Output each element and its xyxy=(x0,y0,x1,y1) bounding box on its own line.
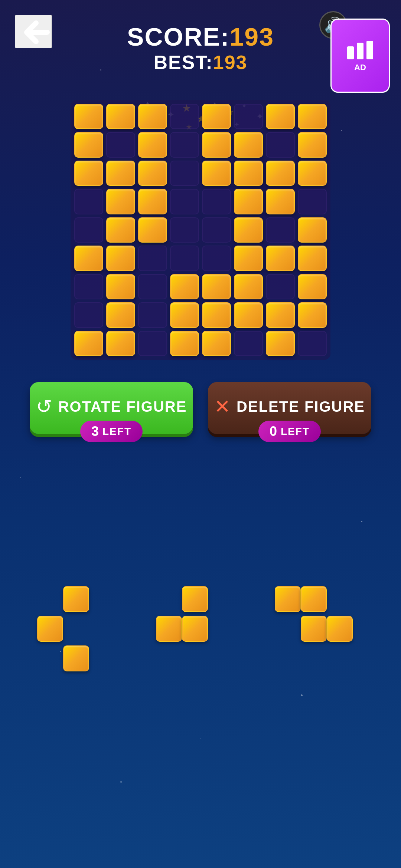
cell-5-2 xyxy=(138,246,167,271)
delete-label: DELETE FIGURE xyxy=(237,398,365,415)
cell-4-5 xyxy=(234,217,263,243)
cell-4-7 xyxy=(298,217,327,243)
game-grid xyxy=(71,100,330,360)
cell-2-0 xyxy=(74,161,103,186)
cell-5-4 xyxy=(202,246,231,271)
delete-count: 0 xyxy=(270,424,277,439)
rotate-counter: 3 LEFT xyxy=(80,421,143,442)
piece-1-cell-1 xyxy=(63,586,89,612)
cell-1-4 xyxy=(202,132,231,157)
cell-0-4 xyxy=(202,104,231,129)
cell-2-6 xyxy=(266,161,295,186)
cell-1-3 xyxy=(170,132,199,157)
score-line: SCORE:193 xyxy=(127,22,274,51)
cell-0-6 xyxy=(266,104,295,129)
cell-2-2 xyxy=(138,161,167,186)
piece-3-cell-1 xyxy=(275,586,301,612)
rotate-button-inner: ↺ ROTATE FIGURE xyxy=(36,395,187,418)
piece-3-cell-2 xyxy=(301,586,327,612)
score-container: SCORE:193 BEST:193 xyxy=(127,22,274,73)
cell-3-7 xyxy=(298,189,327,214)
cell-7-7 xyxy=(298,302,327,328)
piece-1-cell-2 xyxy=(37,616,63,642)
rotate-count-label: LEFT xyxy=(102,425,131,437)
cell-5-0 xyxy=(74,246,103,271)
cell-8-4 xyxy=(202,331,231,356)
cell-0-2 xyxy=(138,104,167,129)
cell-2-1 xyxy=(106,161,135,186)
piece-2-cell-3 xyxy=(182,616,208,642)
rotate-count: 3 xyxy=(91,424,99,439)
cell-1-6 xyxy=(266,132,295,157)
best-value: 193 xyxy=(213,52,248,73)
piece-1-cell-3 xyxy=(63,645,89,671)
rotate-button[interactable]: ↺ ROTATE FIGURE 3 LEFT xyxy=(30,382,193,434)
delete-counter: 0 LEFT xyxy=(258,421,321,442)
best-label: BEST: xyxy=(153,52,213,73)
cell-0-5 xyxy=(234,104,263,129)
cell-3-1 xyxy=(106,189,135,214)
cell-8-1 xyxy=(106,331,135,356)
best-line: BEST:193 xyxy=(127,51,274,73)
cell-0-3 xyxy=(170,104,199,129)
cell-3-6 xyxy=(266,189,295,214)
cell-8-2 xyxy=(138,331,167,356)
svg-rect-0 xyxy=(347,46,354,59)
cell-4-4 xyxy=(202,217,231,243)
cell-1-2 xyxy=(138,132,167,157)
rotate-icon: ↺ xyxy=(36,395,52,418)
cell-3-2 xyxy=(138,189,167,214)
piece-3-cell-4 xyxy=(327,616,353,642)
cell-5-3 xyxy=(170,246,199,271)
cell-7-4 xyxy=(202,302,231,328)
delete-count-label: LEFT xyxy=(281,425,310,437)
cell-6-0 xyxy=(74,274,103,299)
cell-8-7 xyxy=(298,331,327,356)
cell-0-1 xyxy=(106,104,135,129)
cell-1-0 xyxy=(74,132,103,157)
cell-8-0 xyxy=(74,331,103,356)
cell-8-3 xyxy=(170,331,199,356)
header: 🔊 AD SCORE:193 BEST:193 xyxy=(0,0,401,96)
score-value: 193 xyxy=(230,23,274,51)
cell-5-1 xyxy=(106,246,135,271)
cell-6-3 xyxy=(170,274,199,299)
cell-7-5 xyxy=(234,302,263,328)
cell-0-0 xyxy=(74,104,103,129)
score-label: SCORE: xyxy=(127,23,229,51)
cell-1-1 xyxy=(106,132,135,157)
cell-3-4 xyxy=(202,189,231,214)
delete-icon: ✕ xyxy=(214,395,231,418)
action-buttons: ↺ ROTATE FIGURE 3 LEFT ✕ DELETE FIGURE 0… xyxy=(22,382,379,434)
back-button[interactable] xyxy=(15,15,52,48)
cell-7-3 xyxy=(170,302,199,328)
cell-5-7 xyxy=(298,246,327,271)
cell-7-6 xyxy=(266,302,295,328)
piece-3[interactable] xyxy=(275,586,364,675)
piece-2-cell-2 xyxy=(156,616,182,642)
cell-8-5 xyxy=(234,331,263,356)
piece-2[interactable] xyxy=(156,586,245,675)
rotate-label: ROTATE FIGURE xyxy=(58,398,187,415)
cell-4-6 xyxy=(266,217,295,243)
delete-button[interactable]: ✕ DELETE FIGURE 0 LEFT xyxy=(208,382,371,434)
delete-button-inner: ✕ DELETE FIGURE xyxy=(214,395,365,418)
cell-6-5 xyxy=(234,274,263,299)
piece-1[interactable] xyxy=(37,586,126,675)
cell-1-7 xyxy=(298,132,327,157)
cell-3-3 xyxy=(170,189,199,214)
cell-2-5 xyxy=(234,161,263,186)
svg-rect-1 xyxy=(357,43,363,59)
cell-4-0 xyxy=(74,217,103,243)
cell-5-6 xyxy=(266,246,295,271)
cell-6-7 xyxy=(298,274,327,299)
cell-4-3 xyxy=(170,217,199,243)
cell-7-2 xyxy=(138,302,167,328)
cell-3-5 xyxy=(234,189,263,214)
ad-bars-icon xyxy=(345,39,375,61)
cell-8-6 xyxy=(266,331,295,356)
piece-tray[interactable] xyxy=(0,464,401,798)
cell-5-5 xyxy=(234,246,263,271)
piece-3-cell-3 xyxy=(301,616,327,642)
cell-7-0 xyxy=(74,302,103,328)
